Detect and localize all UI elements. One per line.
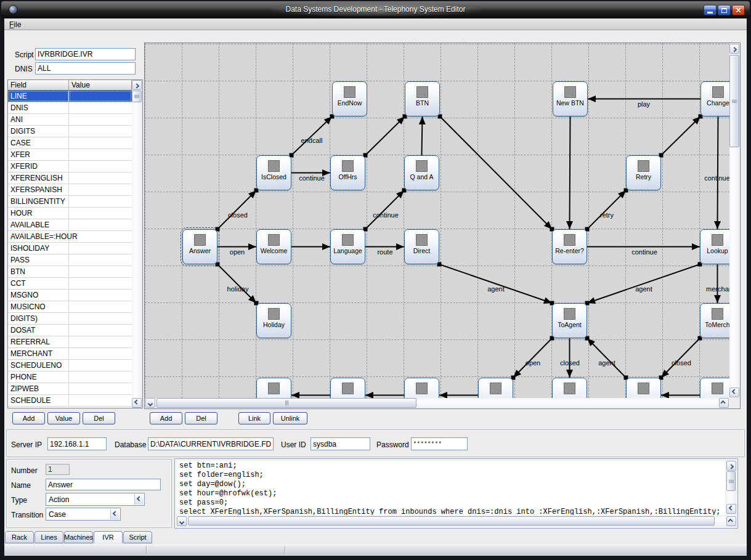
tab-machines[interactable]: Machines <box>64 531 93 543</box>
edge-Welcome-Language[interactable] <box>291 243 330 250</box>
diagram-node-B2[interactable] <box>330 378 365 398</box>
scroll-down-button[interactable] <box>726 504 736 514</box>
scroll-up-button[interactable] <box>132 80 142 90</box>
table-row[interactable]: HOUR <box>8 208 132 219</box>
table-row[interactable]: XFERID <box>8 161 132 172</box>
add-button[interactable]: Add <box>150 412 182 424</box>
script-hscrollbar[interactable] <box>177 516 736 526</box>
diagram-node-IsClosed[interactable]: IsClosed <box>256 155 291 190</box>
table-row[interactable]: DIGITS) <box>8 313 132 325</box>
tab-rack[interactable]: Rack <box>5 531 34 543</box>
diagram-node-ToMerch[interactable]: ToMerch <box>700 303 729 338</box>
diagram-node-B3[interactable] <box>404 378 439 398</box>
edge-Answer-IsClosed[interactable] <box>216 189 259 232</box>
edge-ToAgent-B4[interactable] <box>511 336 554 380</box>
table-row[interactable]: DNIS <box>8 102 132 114</box>
diagram-node-NewBTN[interactable]: New BTN <box>553 81 588 116</box>
edge-NewBTN-ReEnter[interactable] <box>566 116 573 229</box>
diagram-node-EndNow[interactable]: EndNow <box>332 81 367 116</box>
password-input[interactable] <box>411 437 468 450</box>
diagram-canvas[interactable]: endcallcontinueclosedopenholidayroutecon… <box>145 43 729 398</box>
diagram-node-Holiday[interactable]: Holiday <box>256 303 291 338</box>
table-row[interactable]: XFER <box>8 149 132 161</box>
table-row[interactable]: CCT <box>8 278 132 290</box>
edge-Lookup-ToMerch[interactable] <box>714 264 721 303</box>
edge-ToMerch-B6[interactable] <box>659 336 702 380</box>
table-row[interactable]: DIGITS <box>8 126 132 137</box>
scroll-left-button[interactable] <box>145 398 155 408</box>
table-row[interactable]: XFERSPANISH <box>8 184 132 196</box>
diagram-node-Change[interactable]: Change <box>700 81 729 116</box>
field-table-scrollbar[interactable] <box>132 80 142 408</box>
edge-Direct-ToAgent[interactable] <box>437 262 554 306</box>
edge-Answer-Holiday[interactable] <box>216 262 259 306</box>
table-row[interactable]: LINE <box>8 91 132 102</box>
diagram-node-Language[interactable]: Language <box>330 229 365 264</box>
edge-Change-Lookup[interactable] <box>714 116 721 229</box>
diagram-node-Direct[interactable]: Direct <box>404 229 439 264</box>
edge-ToAgent-B5[interactable] <box>566 338 573 378</box>
canvas-hscrollbar[interactable] <box>145 398 729 408</box>
edge-Retry-Change[interactable] <box>659 115 703 158</box>
edge-B7-B6[interactable] <box>661 392 700 398</box>
tab-script[interactable]: Script <box>123 531 152 543</box>
add-button[interactable]: Add <box>12 412 45 424</box>
edge-ReEnter-Retry[interactable] <box>585 189 628 232</box>
tab-ivr[interactable]: IVR <box>94 531 123 543</box>
diagram-node-ToAgent[interactable]: ToAgent <box>552 303 587 338</box>
edge-B3-B2[interactable] <box>365 392 404 398</box>
del-button[interactable]: Del <box>185 412 217 424</box>
diagram-node-B1[interactable] <box>256 378 291 398</box>
dnis-input[interactable] <box>35 62 136 75</box>
script-input[interactable] <box>35 48 136 60</box>
diagram-node-Lookup[interactable]: Lookup <box>700 229 729 264</box>
table-row[interactable]: ZIPWEB <box>8 383 132 395</box>
canvas-vscrollbar[interactable] <box>729 43 740 398</box>
edge-B6-ToAgent[interactable] <box>585 336 628 380</box>
diagram-node-B4[interactable] <box>478 378 513 398</box>
tab-lines[interactable]: Lines <box>35 531 63 543</box>
maximize-button[interactable] <box>718 5 731 15</box>
table-row[interactable]: PASS <box>8 254 132 266</box>
link-button[interactable]: Link <box>238 412 270 424</box>
scroll-left-button[interactable] <box>177 516 187 526</box>
number-field[interactable] <box>46 464 70 475</box>
column-header-value[interactable]: Value <box>69 80 132 91</box>
minimize-button[interactable] <box>704 5 716 15</box>
table-row[interactable]: PHONE <box>8 371 132 383</box>
table-row[interactable]: ISHOLIDAY <box>8 243 132 254</box>
edge-Language-QandA[interactable] <box>363 189 407 232</box>
dropdown-button[interactable] <box>110 509 120 519</box>
scrollbar-thumb[interactable] <box>726 471 736 491</box>
type-select[interactable]: Action <box>46 493 145 506</box>
diagram-node-Welcome[interactable]: Welcome <box>256 229 291 264</box>
scroll-up-button[interactable] <box>729 44 739 54</box>
diagram-node-OffHrs[interactable]: OffHrs <box>330 155 365 190</box>
table-row[interactable]: CASE <box>8 137 132 149</box>
title-bar[interactable]: Data Systems Development - Telephony Sys… <box>1 1 750 18</box>
table-row[interactable]: MSGNO <box>8 290 132 301</box>
edge-Lookup-ToAgent[interactable] <box>585 262 702 306</box>
diagram-node-Retry[interactable]: Retry <box>626 155 661 190</box>
scrollbar-thumb[interactable] <box>188 516 715 526</box>
scroll-down-button[interactable] <box>132 398 142 408</box>
table-row[interactable]: MERCHANT <box>8 348 132 360</box>
edge-B4-B3[interactable] <box>439 392 478 398</box>
table-row[interactable]: SCHEDULE <box>8 395 132 407</box>
server-ip-input[interactable] <box>47 437 107 450</box>
table-row[interactable]: DOSAT <box>8 325 132 336</box>
script-editor-text[interactable]: set btn=:ani;set folder=english;set day=… <box>177 461 725 515</box>
transition-select[interactable]: Case <box>46 508 121 521</box>
table-row[interactable]: AVAILABLE=:HOUR <box>8 231 132 243</box>
table-row[interactable]: ANI <box>8 114 132 126</box>
name-field[interactable] <box>46 479 161 490</box>
column-header-field[interactable]: Field <box>8 80 69 91</box>
user-id-input[interactable] <box>311 437 370 450</box>
edge-QandA-BTN[interactable] <box>419 116 426 155</box>
diagram-node-ReEnter[interactable]: Re-enter? <box>552 229 587 264</box>
scrollbar-thumb[interactable] <box>729 55 739 147</box>
diagram-node-Answer[interactable]: Answer <box>182 229 217 264</box>
database-input[interactable] <box>148 437 274 450</box>
table-row[interactable]: AVAILABLE <box>8 219 132 231</box>
scroll-right-button[interactable] <box>719 398 729 408</box>
